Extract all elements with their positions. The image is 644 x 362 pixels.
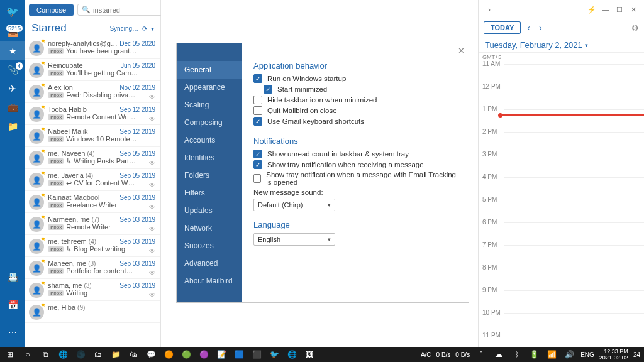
- checkbox-quit-close[interactable]: [253, 106, 262, 115]
- app-icon[interactable]: 🌑: [74, 348, 87, 361]
- star-icon[interactable]: ★: [40, 59, 46, 66]
- message-row[interactable]: 👤★me, Javeria (4)Sep 05 2019inbox↩ CV fo…: [25, 169, 160, 191]
- today-button[interactable]: TODAY: [484, 21, 521, 34]
- star-icon[interactable]: ★: [40, 147, 46, 154]
- volume-icon[interactable]: 🔊: [563, 348, 575, 361]
- checkbox-gmail-keys[interactable]: ✓: [253, 117, 262, 126]
- settings-tab-snoozes[interactable]: Snoozes: [177, 237, 242, 255]
- refresh-icon[interactable]: ⟳: [142, 25, 147, 32]
- calendar-date[interactable]: Tuesday, February 2, 2021 ▾: [479, 36, 644, 52]
- rail-calendar[interactable]: 📅: [0, 295, 25, 314]
- app-icon[interactable]: 💬: [145, 348, 157, 361]
- keyboard-indicator[interactable]: A/C: [421, 351, 431, 358]
- clock[interactable]: 12:33 PM 2021-02-02: [599, 348, 628, 361]
- tray-overflow-icon[interactable]: ˄: [475, 348, 487, 361]
- star-icon[interactable]: ★: [40, 235, 46, 242]
- cortana-icon[interactable]: ○: [21, 348, 34, 361]
- app-icon[interactable]: 🟦: [233, 348, 245, 361]
- settings-tab-about-mailbird[interactable]: About Mailbird: [177, 272, 242, 290]
- rail-sent[interactable]: ✈: [0, 79, 25, 98]
- rail-contacts[interactable]: 📇: [0, 268, 25, 287]
- battery-icon[interactable]: 🔋: [528, 348, 540, 361]
- checkbox-hide-taskbar[interactable]: [253, 96, 262, 104]
- settings-tab-composing[interactable]: Composing: [177, 114, 242, 131]
- settings-tab-appearance[interactable]: Appearance: [177, 79, 242, 96]
- star-icon[interactable]: ★: [40, 169, 46, 176]
- start-button[interactable]: ⊞: [4, 348, 16, 361]
- rail-starred[interactable]: ★: [0, 41, 25, 60]
- app-icon[interactable]: 🗂: [92, 348, 104, 361]
- star-icon[interactable]: ★: [40, 81, 46, 88]
- star-icon[interactable]: ★: [40, 103, 46, 110]
- message-row[interactable]: 👤★Tooba Habib Sep 12 2019inboxRemote Con…: [25, 103, 160, 125]
- calendar-settings-icon[interactable]: ⚙: [631, 23, 639, 33]
- compose-button[interactable]: Compose: [29, 4, 74, 16]
- settings-tab-advanced[interactable]: Advanced: [177, 255, 242, 272]
- message-row[interactable]: 👤★me, Naveen (4)Sep 05 2019inbox↳ Writin…: [25, 147, 160, 169]
- message-row[interactable]: 👤★Reincubate Jun 05 2020inboxYou'll be g…: [25, 59, 160, 81]
- message-row[interactable]: 👤★Nabeel Malik Sep 12 2019inboxWindows 1…: [25, 125, 160, 147]
- maximize-button[interactable]: ☐: [614, 4, 625, 15]
- rail-more[interactable]: ⋯: [0, 323, 25, 342]
- rail-inbox[interactable]: 📥5215: [0, 23, 25, 41]
- settings-tab-network[interactable]: Network: [177, 219, 242, 237]
- prev-day-button[interactable]: ‹: [525, 23, 533, 33]
- message-row[interactable]: 👤★me, Hiba (9): [25, 301, 160, 323]
- app-icon[interactable]: 🟢: [180, 348, 192, 361]
- checkbox-unread-tray[interactable]: ✓: [253, 150, 262, 158]
- next-day-button[interactable]: ›: [536, 23, 545, 33]
- wifi-icon[interactable]: 📶: [545, 348, 558, 361]
- checkbox-tray-receive[interactable]: ✓: [253, 160, 262, 169]
- dialog-close-button[interactable]: ✕: [458, 46, 465, 55]
- checkbox-start-minimized[interactable]: ✓: [264, 85, 272, 94]
- checkbox-tray-track[interactable]: [253, 174, 261, 183]
- message-row[interactable]: 👤★noreply-analytics@google.cor Dec 05 20…: [25, 37, 160, 59]
- settings-tab-filters[interactable]: Filters: [177, 184, 242, 202]
- app-icon[interactable]: 🟣: [197, 348, 210, 361]
- app-icon[interactable]: 🖼: [303, 348, 316, 361]
- app-icon[interactable]: 🌐: [57, 348, 69, 361]
- select-sound[interactable]: Default (Chirp)▾: [253, 199, 335, 211]
- task-view-icon[interactable]: ⧉: [39, 348, 52, 361]
- star-icon[interactable]: ★: [40, 37, 46, 44]
- settings-tab-scaling[interactable]: Scaling: [177, 96, 242, 114]
- collapse-icon[interactable]: ›: [484, 4, 495, 15]
- minimize-button[interactable]: —: [600, 4, 611, 15]
- app-icon[interactable]: 🌐: [286, 348, 298, 361]
- settings-tab-accounts[interactable]: Accounts: [177, 131, 242, 149]
- select-language[interactable]: English▾: [253, 233, 335, 246]
- app-icon[interactable]: 🛍: [127, 348, 140, 361]
- checkbox-run-startup[interactable]: ✓: [253, 74, 262, 83]
- app-icon[interactable]: 🐦: [268, 348, 280, 361]
- rail-work[interactable]: 💼: [0, 98, 25, 117]
- app-icon[interactable]: 🟠: [162, 348, 175, 361]
- message-row[interactable]: 👤★Narmeen, me (7)Sep 03 2019inboxRemote …: [25, 213, 160, 235]
- star-icon[interactable]: ★: [40, 257, 46, 264]
- settings-tab-general[interactable]: General: [177, 61, 242, 79]
- message-row[interactable]: 👤★shama, me (3)Sep 03 2019inboxWriting👁: [25, 279, 160, 301]
- app-icon[interactable]: 📁: [109, 348, 122, 361]
- notification-count[interactable]: 24: [633, 351, 640, 358]
- bluetooth-icon[interactable]: ᛒ: [510, 348, 523, 361]
- message-row[interactable]: 👤★Maheen, me (3)Sep 03 2019inboxPortfoli…: [25, 257, 160, 279]
- star-icon[interactable]: ★: [40, 213, 46, 220]
- app-icon[interactable]: 📝: [215, 348, 228, 361]
- rail-attachments[interactable]: 📎4: [0, 60, 25, 79]
- message-row[interactable]: 👤★Alex Ion Nov 02 2019inboxFwd: Disablin…: [25, 81, 160, 103]
- message-row[interactable]: 👤★me, tehreem (4)Sep 03 2019inbox↳ Blog …: [25, 235, 160, 257]
- star-icon[interactable]: ★: [40, 301, 46, 308]
- settings-tab-updates[interactable]: Updates: [177, 202, 242, 219]
- settings-tab-identities[interactable]: Identities: [177, 149, 242, 167]
- rail-folder[interactable]: 📁: [0, 117, 25, 136]
- settings-tab-folders[interactable]: Folders: [177, 167, 242, 184]
- message-row[interactable]: 👤★Kainaat Maqbool Sep 03 2019inboxFreela…: [25, 191, 160, 213]
- star-icon[interactable]: ★: [40, 279, 46, 286]
- star-icon[interactable]: ★: [40, 191, 46, 198]
- star-icon[interactable]: ★: [40, 125, 46, 132]
- input-lang[interactable]: ENG: [580, 351, 594, 358]
- lightning-icon[interactable]: ⚡: [586, 4, 597, 15]
- cloud-icon[interactable]: ☁: [492, 348, 505, 361]
- calendar-grid[interactable]: GMT+5 11 AM12 PM1 PM2 PM3 PM4 PM5 PM6 PM…: [479, 52, 644, 347]
- dropdown-icon[interactable]: ▾: [151, 25, 154, 32]
- app-icon[interactable]: ⬛: [250, 348, 263, 361]
